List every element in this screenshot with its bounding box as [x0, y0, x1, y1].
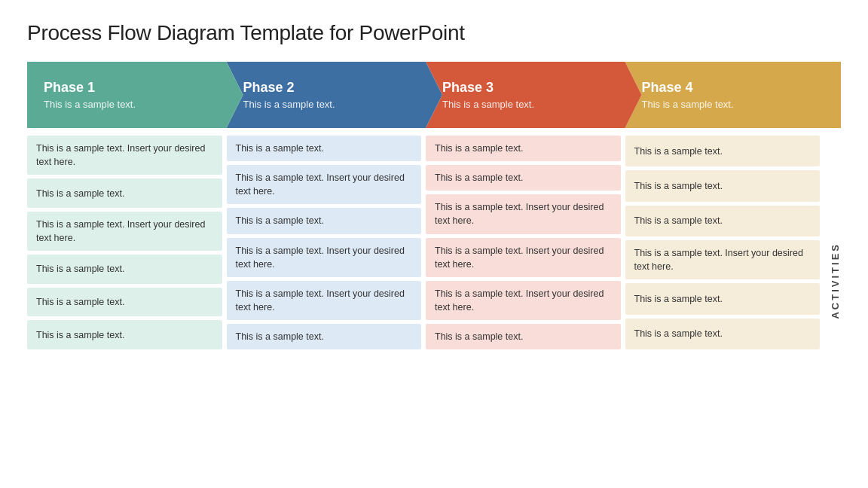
cell-1-6: This is a sample text.: [27, 320, 222, 349]
phase-4: Phase 4 This is a sample text.: [625, 62, 842, 128]
cell-3-5: This is a sample text. Insert your desir…: [426, 281, 621, 320]
cell-1-5: This is a sample text.: [27, 288, 222, 317]
phase-3: Phase 3 This is a sample text.: [426, 62, 642, 128]
phase-1-sub: This is a sample text.: [44, 99, 222, 110]
cell-2-5: This is a sample text. Insert your desir…: [227, 281, 422, 320]
page: Process Flow Diagram Template for PowerP…: [0, 0, 868, 488]
cell-4-3: This is a sample text.: [625, 206, 821, 236]
phase-4-label: Phase 4: [642, 80, 821, 96]
phase-1: Phase 1 This is a sample text.: [27, 62, 243, 128]
column-1: This is a sample text. Insert your desir…: [27, 136, 222, 349]
cell-1-2: This is a sample text.: [27, 178, 222, 208]
content-grid: This is a sample text. Insert your desir…: [27, 136, 820, 349]
cell-2-2: This is a sample text. Insert your desir…: [227, 165, 422, 204]
phase-2-sub: This is a sample text.: [243, 99, 422, 110]
cell-4-6: This is a sample text.: [625, 319, 821, 349]
activities-sidebar: ACTIVITIES: [820, 136, 841, 349]
cell-2-6: This is a sample text.: [227, 324, 422, 349]
page-title: Process Flow Diagram Template for PowerP…: [27, 21, 841, 45]
cell-1-1: This is a sample text. Insert your desir…: [27, 136, 222, 175]
cell-2-3: This is a sample text.: [227, 208, 422, 233]
column-4: This is a sample text.This is a sample t…: [625, 136, 821, 349]
cell-3-2: This is a sample text.: [426, 165, 621, 191]
cell-4-2: This is a sample text.: [625, 170, 821, 201]
phase-4-sub: This is a sample text.: [642, 99, 821, 110]
phases-row: Phase 1 This is a sample text. Phase 2 T…: [27, 62, 841, 128]
phase-3-label: Phase 3: [442, 80, 621, 96]
cell-3-3: This is a sample text. Insert your desir…: [426, 194, 621, 233]
cell-1-4: This is a sample text.: [27, 255, 222, 284]
phase-1-label: Phase 1: [44, 80, 222, 96]
cell-4-4: This is a sample text. Insert your desir…: [625, 240, 821, 279]
column-3: This is a sample text.This is a sample t…: [426, 136, 621, 349]
cell-1-3: This is a sample text. Insert your desir…: [27, 212, 222, 251]
cell-2-1: This is a sample text.: [227, 136, 422, 161]
cell-3-1: This is a sample text.: [426, 136, 621, 161]
column-2: This is a sample text.This is a sample t…: [227, 136, 422, 349]
phase-3-sub: This is a sample text.: [442, 99, 621, 110]
phase-2: Phase 2 This is a sample text.: [227, 62, 443, 128]
phase-2-label: Phase 2: [243, 80, 422, 96]
cell-2-4: This is a sample text. Insert your desir…: [227, 238, 422, 277]
cell-3-6: This is a sample text.: [426, 324, 621, 349]
cell-4-5: This is a sample text.: [625, 283, 821, 314]
cell-4-1: This is a sample text.: [625, 136, 821, 166]
activities-label: ACTIVITIES: [830, 242, 841, 319]
cell-3-4: This is a sample text. Insert your desir…: [426, 238, 621, 277]
